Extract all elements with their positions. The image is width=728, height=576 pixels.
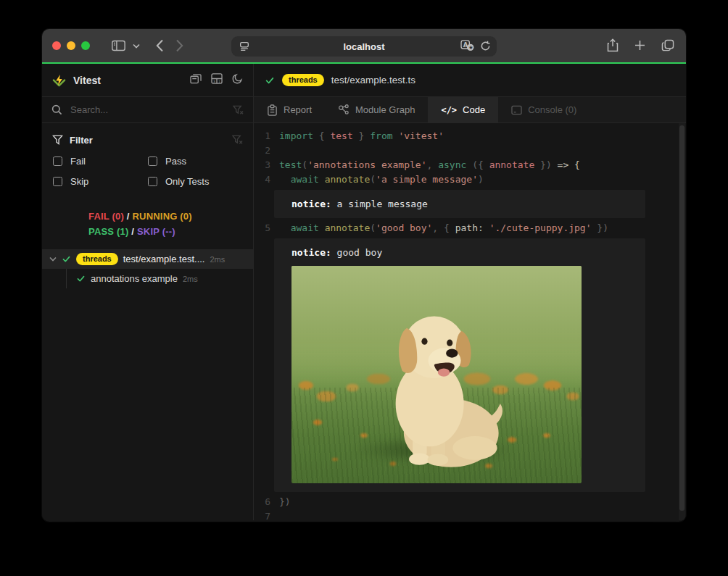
test-file-name: test/example.test.... (123, 254, 205, 264)
scrollbar-thumb[interactable] (679, 125, 684, 511)
test-case-row[interactable]: annotations example 2ms (66, 269, 253, 288)
run-summary: FAIL (0) / RUNNING (0) PASS (1) / SKIP (… (42, 197, 253, 245)
forward-icon[interactable] (175, 39, 183, 52)
url-text: localhost (343, 41, 384, 52)
report-icon (267, 104, 278, 116)
filter-option-only-tests[interactable]: Only Tests (148, 176, 243, 187)
sidebar-header: Vitest 3 1 (42, 64, 253, 97)
filter-title: Filter (70, 135, 93, 146)
line-number: 3 (260, 158, 270, 172)
annotation-notice: notice: good boy (274, 238, 645, 492)
filter-option-pass[interactable]: Pass (148, 156, 243, 167)
app-title: Vitest (73, 75, 101, 86)
checkbox[interactable] (148, 177, 157, 186)
new-tab-icon[interactable] (634, 40, 645, 54)
close-button[interactable] (52, 41, 61, 50)
line-number: 2 (260, 143, 270, 158)
test-file-duration: 2ms (210, 255, 225, 264)
code-line-2: 2 (260, 143, 686, 158)
svg-text:3: 3 (213, 80, 215, 83)
traffic-lights (52, 41, 90, 50)
tab-code[interactable]: </>Code (428, 97, 498, 122)
code-line-3: 3test('annotations example', async ({ an… (260, 158, 686, 172)
file-header: threads test/example.test.ts (254, 64, 686, 97)
checkbox-label: Only Tests (165, 176, 209, 187)
chevron-down-icon[interactable] (49, 256, 57, 262)
checkbox[interactable] (53, 177, 62, 186)
filter-option-fail[interactable]: Fail (53, 156, 148, 167)
cute-puppy-image (291, 266, 582, 483)
filter-section: Filter FailPassSkipOnly Tests (42, 123, 253, 197)
checkbox-label: Skip (70, 176, 88, 187)
module-graph-icon (338, 104, 349, 115)
test-tree: threads test/example.test.... 2ms annota… (42, 249, 253, 288)
search-input[interactable] (69, 104, 226, 116)
filter-icon (52, 135, 63, 145)
annotation-notice: notice: a simple message (274, 190, 645, 218)
tab-console-0[interactable]: Console (0) (498, 97, 590, 122)
summary-segment: / (124, 211, 132, 222)
code-line-1: 1import { test } from 'vitest' (260, 129, 686, 143)
chevron-down-icon[interactable] (133, 43, 140, 49)
vitest-ui: Vitest 3 1 (42, 64, 686, 520)
dashboard-icon[interactable]: 3 1 (211, 73, 223, 87)
line-number: 4 (260, 172, 270, 187)
back-icon[interactable] (156, 39, 164, 52)
collapse-tests-icon[interactable] (190, 73, 202, 87)
browser-window: localhost A ★ (42, 29, 686, 522)
clear-filter-icon[interactable] (232, 135, 243, 145)
code-line-6: 6}) (260, 495, 686, 509)
summary-line-1: FAIL (0) / RUNNING (0) (88, 209, 253, 224)
line-number: 6 (260, 495, 270, 509)
summary-segment: RUNNING (0) (132, 211, 191, 222)
check-icon (76, 274, 86, 283)
file-path: test/example.test.ts (331, 75, 415, 85)
clear-search-filter-icon[interactable] (233, 105, 244, 115)
code-editor: 1import { test } from 'vitest'23test('an… (254, 123, 686, 520)
tab-label: Module Graph (355, 104, 415, 115)
vitest-logo-icon (52, 74, 66, 87)
pool-badge: threads (76, 253, 118, 265)
checkbox[interactable] (53, 156, 62, 166)
filter-options: FailPassSkipOnly Tests (52, 156, 243, 187)
check-icon (265, 75, 275, 85)
test-file-row[interactable]: threads test/example.test.... 2ms (42, 249, 253, 269)
summary-segment: FAIL (0) (88, 211, 124, 222)
notice-text: a simple message (331, 199, 428, 209)
filter-option-skip[interactable]: Skip (53, 176, 148, 187)
tab-bar: ReportModule Graph</>CodeConsole (0) (254, 97, 686, 123)
line-number: 5 (260, 221, 270, 235)
tab-overview-icon[interactable] (661, 39, 674, 54)
tab-report[interactable]: Report (254, 97, 325, 122)
tab-label: Code (463, 104, 485, 115)
search-icon (51, 104, 62, 115)
svg-text:1: 1 (218, 80, 220, 83)
pool-badge: threads (282, 74, 324, 86)
summary-segment: PASS (1) (88, 226, 129, 237)
line-number: 7 (260, 509, 270, 520)
reload-icon[interactable] (480, 41, 491, 54)
search-bar (42, 97, 253, 123)
checkbox-label: Pass (165, 156, 186, 167)
notice-label: notice: (291, 247, 331, 258)
main-panel: threads test/example.test.ts ReportModul… (254, 64, 686, 520)
test-case-duration: 2ms (183, 275, 198, 283)
minimize-button[interactable] (67, 41, 75, 50)
console-icon (511, 105, 522, 115)
check-icon (62, 254, 71, 264)
dark-mode-icon[interactable] (232, 73, 243, 87)
tab-module-graph[interactable]: Module Graph (325, 97, 428, 122)
share-icon[interactable] (607, 38, 619, 55)
zoom-button[interactable] (81, 41, 90, 50)
scrollbar-track[interactable] (679, 123, 685, 520)
sidebar-toggle-icon[interactable] (112, 40, 125, 51)
page-menu-icon[interactable] (239, 41, 250, 54)
line-number: 1 (260, 129, 270, 143)
tab-label: Console (0) (528, 104, 576, 115)
checkbox-label: Fail (70, 156, 86, 167)
summary-segment: SKIP (--) (137, 226, 175, 237)
address-bar[interactable]: localhost A ★ (231, 36, 497, 57)
sidebar: Vitest 3 1 (42, 64, 254, 520)
checkbox[interactable] (148, 156, 157, 166)
translate-icon[interactable]: A ★ (460, 40, 474, 54)
